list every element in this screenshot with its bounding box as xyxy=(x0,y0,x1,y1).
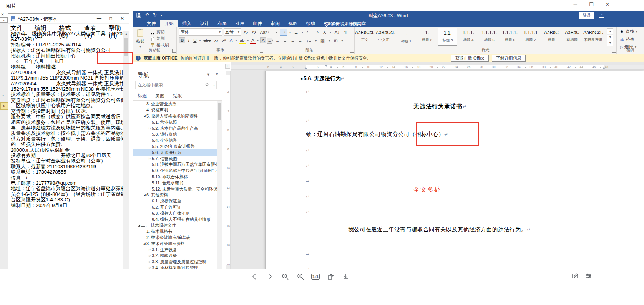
style-item[interactable]: AaBbC标题 xyxy=(542,28,561,46)
paste-button[interactable]: 粘贴 ▾ xyxy=(136,28,144,48)
qat-customize-icon[interactable]: ▾ xyxy=(161,13,162,17)
nav-item[interactable]: 5.1. 营业执照 xyxy=(133,119,222,125)
notepad-close-icon[interactable]: ✕ xyxy=(116,14,128,23)
superscript-icon[interactable]: x² xyxy=(221,38,227,43)
style-item[interactable]: 1.标题 2 xyxy=(417,28,437,46)
cut-button[interactable]: 剪切 xyxy=(150,29,165,35)
ribbon-tab-开始[interactable]: 开始 xyxy=(160,20,178,27)
notepad-menu-item[interactable]: 帮助(H) xyxy=(108,24,129,31)
paragraph-dialog-launcher-icon[interactable] xyxy=(350,49,354,53)
shrink-font-icon[interactable]: A▾ xyxy=(251,30,257,35)
style-item[interactable]: AaBbCcDd正文 xyxy=(355,28,374,46)
undo-icon[interactable]: ↶ xyxy=(145,12,149,18)
distribute-icon[interactable]: ≡ xyxy=(298,38,303,43)
align-center-icon[interactable]: ≡ xyxy=(275,38,280,43)
nav-item[interactable]: 4. 资格声明 xyxy=(133,107,222,113)
shading-icon[interactable]: ▨ xyxy=(319,38,326,44)
edit-icon[interactable] xyxy=(571,272,579,281)
nav-item[interactable]: ▷3.4. 原材料采购过程管理 xyxy=(133,265,222,269)
multilevel-list-icon[interactable]: ≣ xyxy=(293,29,299,35)
nav-item[interactable]: 1. 技术规格书 xyxy=(133,229,222,235)
decrease-indent-icon[interactable]: ⇐ xyxy=(305,29,312,35)
styles-gallery-scroll[interactable]: ▲▼▼ xyxy=(607,28,613,46)
learn-more-button[interactable]: 了解详细信息 xyxy=(492,55,526,62)
search-dropdown-icon[interactable]: ▾ xyxy=(213,83,215,87)
expand-icon[interactable]: ▷ xyxy=(148,157,152,160)
font-color-icon[interactable]: A xyxy=(250,38,256,43)
copy-button[interactable]: 复制 xyxy=(150,36,165,41)
tab-stop-selector[interactable]: L xyxy=(225,64,230,69)
ribbon-tab-文件[interactable]: 文件 xyxy=(143,20,160,27)
style-item[interactable]: AaBbC副标题 xyxy=(563,28,582,46)
get-genuine-office-button[interactable]: 获取正版 Office xyxy=(451,55,489,62)
ribbon-tab-邮件[interactable]: 邮件 xyxy=(249,20,266,27)
clipboard-dialog-launcher-icon[interactable] xyxy=(172,49,176,53)
ribbon-tab-设计[interactable]: 设计 xyxy=(196,20,213,27)
font-name-combo[interactable]: 宋体▾ xyxy=(179,28,222,36)
nav-item[interactable]: 6.2. 开户许可证 xyxy=(133,204,222,211)
collapse-icon[interactable]: ◢ xyxy=(143,242,146,245)
styles-dialog-launcher-icon[interactable] xyxy=(612,49,616,53)
style-item[interactable]: AaBbCcD不明显强调 xyxy=(583,28,603,46)
redo-icon[interactable]: ↻ xyxy=(153,12,157,18)
numbering-icon[interactable]: ≕ xyxy=(280,29,287,36)
notepad-minimize-icon[interactable]: — xyxy=(93,14,105,23)
first-line-indent-marker[interactable] xyxy=(325,65,328,67)
scroll-up-icon[interactable]: ▲ xyxy=(123,31,129,37)
ribbon-display-options-icon[interactable]: ⌃ xyxy=(599,13,604,18)
asian-layout-icon[interactable]: X xyxy=(322,30,327,35)
font-dialog-launcher-icon[interactable] xyxy=(260,49,263,53)
format-painter-button[interactable]: 格式刷 xyxy=(150,42,169,48)
close-icon[interactable]: ✕ xyxy=(604,2,611,7)
ribbon-tab-布局[interactable]: 布局 xyxy=(213,20,231,27)
align-left-icon[interactable]: ≡ xyxy=(267,38,272,44)
nav-item[interactable]: 5.6. 无违法行为 xyxy=(133,149,222,156)
notepad-menu-item[interactable]: 查看(V) xyxy=(84,24,104,31)
expand-icon[interactable]: ▷ xyxy=(148,266,152,269)
nav-item[interactable]: 3. 企业营业执照 xyxy=(133,101,222,107)
nav-item[interactable]: 5.3. 银行资信 xyxy=(133,131,222,138)
replace-button[interactable]: ab 替换 xyxy=(619,36,639,43)
save-icon[interactable] xyxy=(136,13,141,18)
borders-icon[interactable]: ⊞ xyxy=(333,38,339,44)
nav-item[interactable]: 6.3. 投标人自律守则 xyxy=(133,210,222,216)
style-item[interactable]: 1.1.1.1.标题 6 xyxy=(500,28,520,46)
align-right-icon[interactable]: ≡ xyxy=(282,38,287,43)
rotate-icon[interactable] xyxy=(326,272,335,281)
nav-item[interactable]: ▷3.1. 生产设备 xyxy=(133,247,222,253)
sign-in-button[interactable]: 登录 xyxy=(579,12,594,19)
collapse-icon[interactable]: ◢ xyxy=(137,224,141,227)
justify-icon[interactable]: ≡ xyxy=(290,38,295,43)
maximize-icon[interactable]: ☐ xyxy=(588,2,595,7)
style-item[interactable]: 1.1.标题 3 xyxy=(438,28,457,46)
grow-font-icon[interactable]: A▴ xyxy=(242,30,249,35)
style-item[interactable]: AaBbCcDc中文正... xyxy=(376,28,395,46)
nav-item[interactable]: ◢3. 技术评分响应资料 xyxy=(133,240,222,247)
ribbon-tab-视图[interactable]: 视图 xyxy=(284,20,302,27)
nav-item[interactable]: 6.1. 投标保证金 xyxy=(133,198,222,204)
find-button[interactable]: 查找▾ xyxy=(619,28,639,35)
actual-size-button[interactable]: 1:1 xyxy=(311,274,320,280)
highlight-color-icon[interactable]: ab xyxy=(239,38,246,43)
underline-button[interactable]: U xyxy=(192,38,198,43)
strikethrough-icon[interactable]: abc xyxy=(202,38,212,43)
collapse-icon[interactable]: ◢ xyxy=(143,194,146,197)
collapse-icon[interactable]: ◢ xyxy=(143,114,146,118)
nav-item[interactable]: 5.5. 2024年度审计报告 xyxy=(133,144,222,150)
notepad-menu-item[interactable]: 编辑(E) xyxy=(35,24,55,31)
nav-search-input[interactable] xyxy=(136,81,201,88)
line-spacing-icon[interactable]: ↕≡ xyxy=(305,38,312,43)
notepad-maximize-icon[interactable]: □ xyxy=(105,14,116,23)
nav-item[interactable]: ◢二、 技术投标文件 xyxy=(133,222,222,229)
nav-item[interactable]: 5.10. 非联合体投标 xyxy=(133,174,222,180)
save-icon[interactable] xyxy=(341,272,350,281)
nav-item[interactable]: ▷3.3. 质量管理及质量过程控制 xyxy=(133,259,222,265)
minimize-icon[interactable]: ─ xyxy=(572,2,579,7)
previous-icon[interactable] xyxy=(250,272,259,281)
nav-item[interactable]: 2. 技术条款响应/偏离表 xyxy=(133,235,222,241)
tell-me-search[interactable]: 操作说明搜索 xyxy=(325,21,359,27)
expand-icon[interactable]: ▷ xyxy=(148,254,152,257)
search-icon[interactable] xyxy=(205,83,209,87)
nav-close-icon[interactable]: ✕ xyxy=(215,72,219,77)
ribbon-tab-引用[interactable]: 引用 xyxy=(231,20,249,27)
